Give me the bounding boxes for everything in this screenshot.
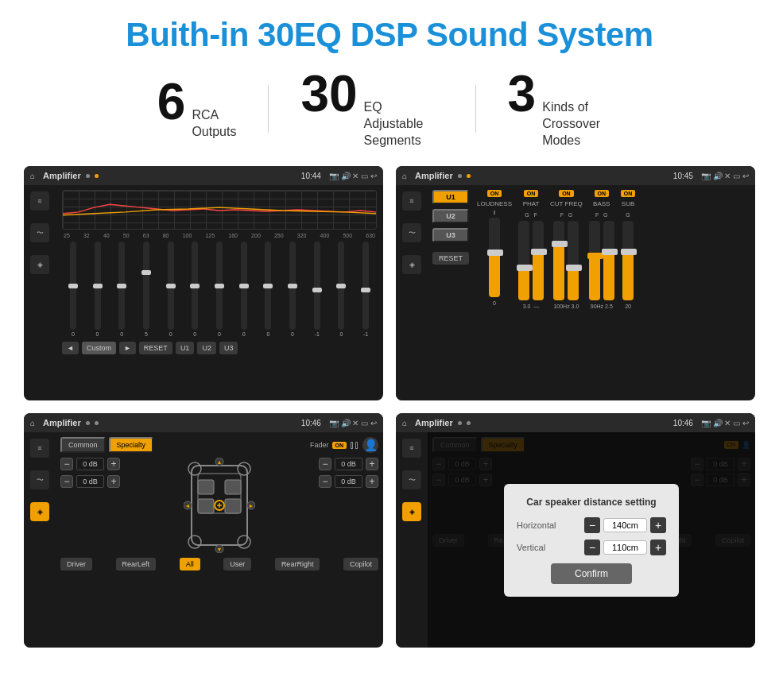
home-icon-3[interactable]: ⌂ [30, 419, 35, 427]
eq-icon-4[interactable]: ≡ [402, 439, 421, 458]
vertical-minus-btn[interactable]: − [584, 540, 600, 555]
db-minus-3[interactable]: − [319, 458, 331, 470]
eq-slider-11[interactable]: 0 [338, 242, 344, 337]
user-btn[interactable]: User [223, 558, 251, 570]
eq-slider-8[interactable]: 0 [265, 242, 271, 337]
phat-thumb-f[interactable] [531, 249, 547, 255]
eq-custom-btn[interactable]: Custom [82, 342, 116, 354]
home-icon-1[interactable]: ⌂ [30, 172, 35, 180]
db-plus-2[interactable]: + [107, 475, 120, 488]
db-plus-4[interactable]: + [366, 475, 378, 488]
eq-slider-12[interactable]: -1 [362, 242, 369, 337]
copilot-btn[interactable]: Copilot [343, 558, 378, 570]
eq-u3-btn[interactable]: U3 [219, 342, 238, 354]
wave-icon-3[interactable]: 〜 [30, 470, 49, 489]
eq-slider-0[interactable]: 0 [70, 242, 76, 337]
eq-freq-labels: 253240506380100125160200250320400500630 [62, 233, 377, 238]
phat-slider-g[interactable] [518, 221, 529, 300]
horizontal-input[interactable] [603, 518, 647, 532]
driver-btn[interactable]: Driver [60, 558, 92, 570]
speaker-icon[interactable]: ◈ [30, 255, 49, 274]
wave-icon[interactable]: 〜 [30, 223, 49, 242]
db-plus-3[interactable]: + [366, 458, 378, 470]
eq-thumb-8[interactable] [263, 284, 273, 288]
home-icon-2[interactable]: ⌂ [402, 172, 407, 180]
channel-phat: ON PHAT G F [518, 190, 544, 309]
eq-thumb-11[interactable] [336, 284, 346, 288]
rearleft-btn[interactable]: RearLeft [116, 558, 157, 570]
rearright-btn[interactable]: RearRight [275, 558, 320, 570]
bass-thumb-g[interactable] [602, 249, 618, 255]
eq-icon-2[interactable]: ≡ [402, 191, 421, 211]
vertical-input[interactable] [603, 540, 647, 555]
cutfreq-slider-g[interactable] [568, 221, 579, 300]
eq-thumb-2[interactable] [117, 284, 126, 288]
home-icon-4[interactable]: ⌂ [402, 419, 407, 427]
eq-thumb-9[interactable] [288, 284, 297, 288]
confirm-button[interactable]: Confirm [551, 563, 632, 584]
eq-thumb-4[interactable] [166, 284, 176, 288]
db-plus-1[interactable]: + [107, 458, 120, 470]
horizontal-minus-btn[interactable]: − [584, 517, 600, 533]
channel-sub: ON SUB G 20 [621, 190, 636, 309]
eq-thumb-5[interactable] [190, 284, 200, 288]
eq-prev-btn[interactable]: ◄ [62, 342, 79, 354]
db-minus-2[interactable]: − [60, 475, 73, 488]
fader-common-tab[interactable]: Common [60, 437, 106, 453]
speaker-icon-3[interactable]: ◈ [30, 502, 49, 521]
all-btn[interactable]: All [180, 558, 200, 570]
eq-next-btn[interactable]: ► [119, 342, 136, 354]
eq-slider-2[interactable]: 0 [118, 242, 125, 337]
eq-icon-3[interactable]: ≡ [30, 439, 49, 458]
bass-slider-f[interactable] [589, 221, 600, 300]
bass-thumb-f[interactable] [587, 253, 603, 259]
eq-track-5 [192, 242, 198, 330]
cutfreq-slider-f[interactable] [553, 221, 564, 300]
phat-slider-f[interactable] [533, 221, 544, 300]
speaker-icon-4[interactable]: ◈ [402, 502, 421, 521]
cutfreq-thumb-g[interactable] [566, 265, 582, 271]
eq-thumb-1[interactable] [93, 284, 103, 288]
db-minus-1[interactable]: − [60, 458, 73, 470]
eq-u1-btn[interactable]: U1 [176, 342, 195, 354]
eq-thumb-3[interactable] [141, 270, 151, 275]
eq-thumb-7[interactable] [239, 284, 249, 288]
eq-slider-3[interactable]: 5 [143, 242, 149, 337]
screen2-body: ≡ 〜 ◈ U1 U2 U3 RESET [396, 185, 755, 400]
eq-thumb-12[interactable] [361, 288, 370, 292]
sub-slider[interactable] [622, 221, 634, 300]
eq-slider-10[interactable]: -1 [314, 242, 320, 337]
eq-thumb-0[interactable] [68, 284, 78, 288]
eq-u2-btn[interactable]: U2 [197, 342, 216, 354]
bass-slider-g[interactable] [603, 221, 614, 300]
loudness-slider[interactable] [489, 218, 500, 297]
svg-point-12 [238, 536, 250, 548]
horizontal-plus-btn[interactable]: + [650, 517, 666, 533]
eq-slider-7[interactable]: 0 [241, 242, 247, 337]
eq-slider-6[interactable]: 0 [216, 242, 223, 337]
wave-icon-4[interactable]: 〜 [402, 470, 421, 489]
eq-slider-1[interactable]: 0 [95, 242, 101, 337]
speaker-icon-2[interactable]: ◈ [402, 255, 421, 274]
cutfreq-thumb-f[interactable] [552, 241, 568, 247]
eq-slider-4[interactable]: 0 [168, 242, 174, 337]
phat-thumb-g[interactable] [517, 265, 533, 271]
eq-thumb-6[interactable] [215, 284, 224, 288]
eq-thumb-10[interactable] [312, 288, 322, 292]
eq-icon[interactable]: ≡ [30, 191, 49, 211]
sub-thumb[interactable] [621, 249, 637, 255]
eq-reset-btn[interactable]: RESET [139, 342, 172, 354]
u3-tab[interactable]: U3 [432, 228, 469, 242]
eq-slider-5[interactable]: 0 [192, 242, 198, 337]
vertical-plus-btn[interactable]: + [650, 540, 666, 555]
eq-slider-9[interactable]: 0 [289, 242, 296, 337]
wave-icon-2[interactable]: 〜 [402, 223, 421, 242]
fader-user-icon[interactable]: 👤 [362, 437, 378, 453]
reset-btn-crossover[interactable]: RESET [432, 252, 469, 265]
fader-on-badge: ON [332, 442, 347, 449]
fader-specialty-tab[interactable]: Specialty [109, 437, 154, 453]
u2-tab[interactable]: U2 [432, 209, 469, 223]
db-minus-4[interactable]: − [319, 475, 331, 488]
loudness-thumb[interactable] [487, 249, 503, 256]
u1-tab[interactable]: U1 [432, 190, 469, 204]
